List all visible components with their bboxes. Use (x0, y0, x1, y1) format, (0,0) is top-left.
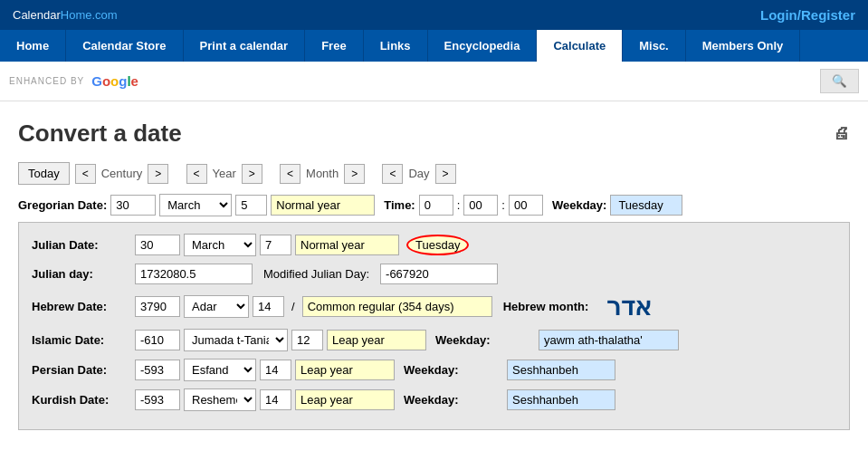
date-section: Julian Date: March Tuesday Julian day: M… (18, 222, 850, 430)
modified-julian-value[interactable] (380, 264, 498, 284)
month-prev-icon[interactable]: < (280, 164, 300, 184)
nav-print-calendar[interactable]: Print a calendar (184, 30, 306, 62)
month-next-icon[interactable]: > (344, 164, 365, 184)
gregorian-date-row: Gregorian Date: March Time: : : Weekday:… (18, 194, 850, 216)
main-content: Convert a date 🖨 Today < Century > < Yea… (0, 101, 868, 439)
login-register-links[interactable]: Login/Register (760, 7, 855, 23)
enhanced-by-label: ENHANCED BY (9, 76, 84, 86)
nav-calculate[interactable]: Calculate (537, 30, 623, 62)
hebrew-month-select[interactable]: Adar (184, 295, 249, 318)
day-prev-icon[interactable]: < (382, 164, 403, 184)
islamic-date-row: Islamic Date: Jumada t-Tania Weekday: (32, 329, 836, 351)
nav-controls: Today < Century > < Year > < Month > < D… (18, 162, 850, 185)
modified-julian-slash: Modified Julian Day: (263, 267, 369, 281)
year-prev-icon[interactable]: < (186, 164, 207, 184)
julian-day-num[interactable] (260, 235, 291, 255)
time-colon1: : (457, 198, 461, 212)
login-link[interactable]: Login (760, 7, 797, 23)
gregorian-month-select[interactable]: March (159, 194, 232, 216)
nav-members-only[interactable]: Members Only (686, 30, 801, 62)
julian-weekday-circled: Tuesday (406, 235, 469, 255)
hebrew-desc (302, 296, 492, 317)
persian-weekday-label: Weekday: (404, 363, 503, 377)
hebrew-date-row: Hebrew Date: Adar / Hebrew month: אדר (32, 292, 836, 321)
century-label: Century (101, 167, 143, 180)
year-next-icon[interactable]: > (242, 164, 262, 184)
time-hour[interactable] (419, 195, 453, 216)
register-link[interactable]: Register (801, 7, 855, 23)
search-bar: ENHANCED BY Google 🔍 (0, 62, 868, 101)
nav-bar: Home Calendar Store Print a calendar Fre… (0, 30, 868, 62)
nav-links[interactable]: Links (364, 30, 428, 62)
header: CalendarHome.com Login/Register (0, 0, 868, 30)
persian-year[interactable] (135, 360, 180, 380)
year-label: Year (213, 167, 236, 180)
kurdish-weekday-label: Weekday: (404, 393, 503, 407)
today-button[interactable]: Today (18, 162, 70, 185)
page-title: Convert a date (18, 120, 182, 148)
gregorian-label: Gregorian Date: (18, 198, 107, 212)
hebrew-day[interactable] (253, 296, 284, 317)
kurdish-day[interactable] (260, 389, 291, 410)
persian-year-type (295, 360, 395, 380)
islamic-weekday-label: Weekday: (435, 333, 535, 347)
kurdish-weekday (507, 389, 615, 410)
julian-date-label: Julian Date: (32, 238, 131, 252)
gregorian-day-num[interactable] (235, 195, 267, 216)
islamic-year[interactable] (135, 330, 180, 350)
kurdish-year[interactable] (135, 389, 180, 410)
gregorian-year-type[interactable] (271, 195, 375, 216)
time-min[interactable] (463, 195, 498, 216)
logo-calendar-text: Calendar (13, 8, 61, 22)
time-sec[interactable] (509, 195, 543, 216)
julian-year-type[interactable] (295, 235, 399, 255)
kurdish-year-type (295, 389, 395, 410)
hebrew-year[interactable] (135, 296, 180, 317)
hebrew-month-label: Hebrew month: (503, 300, 603, 313)
islamic-weekday (539, 330, 679, 350)
hebrew-date-label: Hebrew Date: (32, 300, 131, 313)
kurdish-date-row: Kurdish Date: Resheme Weekday: (32, 388, 836, 411)
logo[interactable]: CalendarHome.com (13, 8, 118, 22)
century-prev-icon[interactable]: < (75, 164, 96, 184)
time-label: Time: (384, 198, 415, 212)
julian-month-select[interactable]: March (184, 234, 256, 256)
nav-misc[interactable]: Misc. (623, 30, 686, 62)
print-icon[interactable]: 🖨 (834, 124, 850, 143)
nav-home[interactable]: Home (0, 30, 66, 62)
nav-calendar-store[interactable]: Calendar Store (66, 30, 183, 62)
gregorian-weekday: Tuesday (610, 195, 682, 216)
nav-encyclopedia[interactable]: Encyclopedia (428, 30, 538, 62)
islamic-month-select[interactable]: Jumada t-Tania (184, 329, 288, 351)
kurdish-month-select[interactable]: Resheme (184, 388, 256, 411)
islamic-day[interactable] (291, 330, 323, 350)
nav-free[interactable]: Free (305, 30, 363, 62)
julian-day-row: Julian day: Modified Julian Day: (32, 264, 836, 284)
page-title-row: Convert a date 🖨 (18, 120, 850, 148)
day-label: Day (408, 167, 429, 180)
islamic-year-type (327, 330, 426, 350)
persian-day[interactable] (260, 360, 291, 380)
persian-date-label: Persian Date: (32, 363, 131, 377)
hebrew-month-text: אדר (606, 292, 652, 321)
century-next-icon[interactable]: > (148, 164, 168, 184)
julian-day-label: Julian day: (32, 267, 131, 281)
islamic-date-label: Islamic Date: (32, 333, 131, 347)
day-next-icon[interactable]: > (435, 164, 456, 184)
hebrew-slash: / (291, 300, 295, 313)
persian-month-select[interactable]: Esfand (184, 359, 256, 381)
month-label: Month (306, 167, 339, 180)
persian-date-row: Persian Date: Esfand Weekday: (32, 359, 836, 381)
gregorian-year[interactable] (110, 195, 156, 216)
kurdish-date-label: Kurdish Date: (32, 393, 131, 407)
time-colon2: : (501, 198, 505, 212)
google-logo: Google (91, 73, 138, 89)
weekday-label: Weekday: (552, 198, 606, 212)
search-input[interactable] (146, 71, 813, 92)
julian-year[interactable] (135, 235, 180, 255)
julian-date-row: Julian Date: March Tuesday (32, 234, 836, 256)
search-button[interactable]: 🔍 (820, 69, 859, 93)
logo-home-text: Home.com (61, 8, 118, 22)
julian-day-value[interactable] (135, 264, 253, 284)
persian-weekday (507, 360, 615, 380)
